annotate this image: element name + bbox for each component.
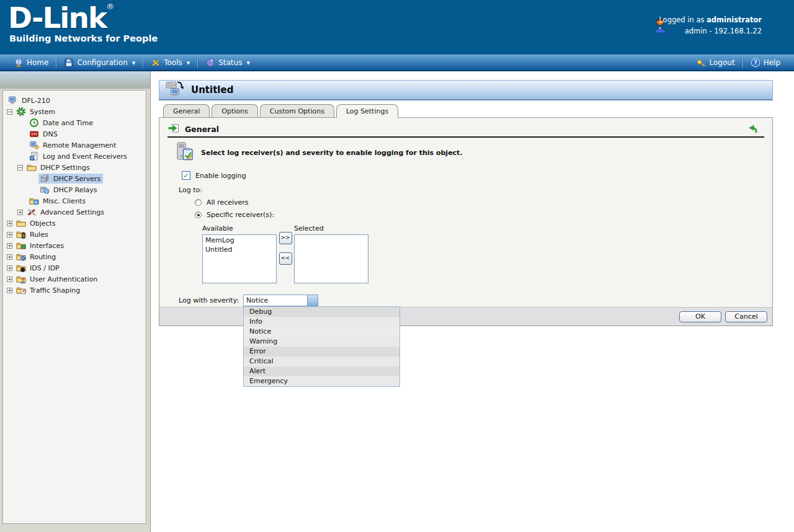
- severity-select[interactable]: Notice: [243, 295, 318, 306]
- chevron-down-icon: ▼: [187, 61, 190, 66]
- move-left-button[interactable]: <<: [279, 252, 292, 265]
- tree-item-date-and-time[interactable]: Date and Time: [3, 117, 146, 128]
- severity-label: Log with severity:: [179, 296, 243, 304]
- tree-expander-plus-icon[interactable]: +: [7, 277, 12, 282]
- severity-option-notice[interactable]: Notice: [244, 327, 399, 337]
- tree-item-misc-clients[interactable]: Misc. Clients: [3, 195, 146, 206]
- radio-label: All receivers: [207, 198, 249, 206]
- severity-option-alert[interactable]: Alert: [244, 366, 399, 376]
- selected-listbox[interactable]: [294, 234, 368, 283]
- tab-custom-options[interactable]: Custom Options: [260, 104, 334, 117]
- tree-item-label: Routing: [29, 252, 57, 262]
- logout-button[interactable]: Logout: [689, 55, 743, 70]
- severity-dropdown-list: DebugInfoNoticeWarningErrorCriticalAlert…: [243, 306, 400, 387]
- tree-item-rules[interactable]: +Rules: [3, 229, 146, 240]
- tree-item-label: Interfaces: [29, 241, 65, 250]
- server-icon: [40, 174, 50, 184]
- settings-panel: Untitled GeneralOptionsCustom OptionsLog…: [159, 80, 773, 326]
- severity-option-warning[interactable]: Warning: [244, 337, 399, 347]
- ok-button[interactable]: OK: [679, 311, 721, 322]
- tree-expander-plus-icon[interactable]: +: [7, 254, 12, 260]
- top-header: D-Link® Building Networks for People Log…: [0, 0, 794, 55]
- gear-icon: [16, 107, 27, 117]
- description-text: Select log receiver(s) and severity to e…: [201, 149, 463, 157]
- tree-item-system[interactable]: −System: [3, 106, 146, 117]
- chevron-down-icon[interactable]: [307, 295, 318, 306]
- user-auth-icon: [16, 274, 27, 284]
- tab-options[interactable]: Options: [212, 104, 257, 117]
- tree-expander-plus-icon[interactable]: +: [7, 221, 12, 226]
- radio-label: Specific receiver(s):: [207, 211, 274, 219]
- nav-item-status[interactable]: Status▼: [198, 55, 257, 70]
- log-settings-content: General: [159, 123, 772, 307]
- available-column: Available MemLogUntitled: [202, 224, 277, 283]
- severity-option-debug[interactable]: Debug: [244, 307, 399, 317]
- tree-item-dfl-210[interactable]: DFL-210: [3, 95, 146, 106]
- tree-item-label: DNS: [42, 130, 59, 139]
- tree-expander-plus-icon[interactable]: +: [7, 265, 12, 271]
- nav-item-configuration[interactable]: Configuration▼: [56, 55, 143, 70]
- list-item-memlog[interactable]: MemLog: [203, 236, 276, 245]
- tree-item-interfaces[interactable]: +Interfaces: [3, 240, 146, 251]
- tree-expander-plus-icon[interactable]: +: [7, 288, 12, 293]
- advanced-icon: [27, 207, 37, 217]
- tree-expander-minus-icon[interactable]: −: [17, 165, 23, 171]
- section-divider: [167, 136, 764, 138]
- routing-icon: [16, 252, 27, 262]
- traffic-icon: [16, 285, 27, 295]
- tree-item-label: Rules: [29, 230, 50, 239]
- tree-item-remote-management[interactable]: Remote Management: [3, 140, 146, 151]
- tree-item-body: System: [15, 107, 58, 117]
- tree-expander-plus-icon[interactable]: +: [7, 243, 12, 249]
- tree-item-dhcp-servers[interactable]: DHCP Servers: [3, 173, 146, 184]
- log-to-label: Log to:: [179, 186, 772, 194]
- tree-item-body: DHCP Relays: [38, 185, 100, 195]
- tree-item-label: DHCP Servers: [52, 174, 102, 184]
- tree-item-label: Advanced Settings: [39, 208, 105, 217]
- radio-all-receivers[interactable]: [195, 199, 202, 206]
- tree-item-routing[interactable]: +Routing: [3, 251, 146, 262]
- svg-text:?: ?: [754, 59, 757, 66]
- tree-item-advanced-settings[interactable]: +Advanced Settings: [3, 206, 146, 218]
- nav-right: Logout ? Help: [689, 55, 788, 70]
- tree-item-traffic-shaping[interactable]: +Traffic Shaping: [3, 285, 146, 296]
- nav-item-home[interactable]: Home: [6, 55, 56, 70]
- severity-option-critical[interactable]: Critical: [244, 357, 399, 366]
- remote-icon: [29, 140, 40, 150]
- severity-option-info[interactable]: Info: [244, 317, 399, 327]
- enable-logging-checkbox[interactable]: ✓: [182, 171, 190, 180]
- tree-item-user-authentication[interactable]: +User Authentication: [3, 273, 146, 285]
- tree-item-label: DHCP Relays: [52, 185, 99, 195]
- tree-item-objects[interactable]: +Objects: [3, 218, 146, 229]
- section-header: General: [168, 123, 764, 135]
- available-listbox[interactable]: MemLogUntitled: [202, 234, 277, 283]
- tools-icon: [151, 58, 161, 68]
- severity-option-error[interactable]: Error: [244, 347, 399, 357]
- sidebar-top-strip: [0, 71, 150, 89]
- nav-item-tools[interactable]: Tools▼: [143, 55, 197, 70]
- nav-tree: DFL-210−SystemDate and TimeDNSRemote Man…: [2, 90, 146, 524]
- page-title: Untitled: [191, 84, 233, 95]
- list-item-untitled[interactable]: Untitled: [203, 245, 276, 254]
- tree-expander-plus-icon[interactable]: +: [7, 232, 12, 237]
- radio-specific-receiver-s[interactable]: [195, 211, 202, 218]
- tree-item-body: DFL-210: [7, 95, 53, 105]
- tree-item-ids-idp[interactable]: +IDS / IDP: [3, 262, 146, 273]
- session-line: admin - 192.168.1.22: [659, 25, 762, 37]
- tree-expander-plus-icon[interactable]: +: [17, 210, 23, 215]
- cancel-button[interactable]: Cancel: [725, 311, 767, 322]
- tree-item-dhcp-relays[interactable]: DHCP Relays: [3, 184, 146, 195]
- tree-item-body: Advanced Settings: [25, 207, 107, 217]
- tree-item-log-and-event-receivers[interactable]: Log and Event Receivers: [3, 151, 146, 162]
- collapse-arrow-icon[interactable]: [747, 124, 758, 135]
- severity-option-emergency[interactable]: Emergency: [244, 376, 399, 386]
- tree-expander-minus-icon[interactable]: −: [7, 109, 12, 115]
- sidebar: DFL-210−SystemDate and TimeDNSRemote Man…: [0, 71, 151, 532]
- tab-log-settings[interactable]: Log Settings: [336, 104, 398, 118]
- move-right-button[interactable]: >>: [279, 232, 292, 244]
- help-button[interactable]: ? Help: [743, 55, 788, 70]
- tree-item-dhcp-settings[interactable]: −DHCP Settings: [3, 162, 146, 173]
- tree-item-label: Date and Time: [42, 118, 94, 128]
- tree-item-dns[interactable]: DNS: [3, 128, 146, 140]
- tab-general[interactable]: General: [163, 104, 210, 117]
